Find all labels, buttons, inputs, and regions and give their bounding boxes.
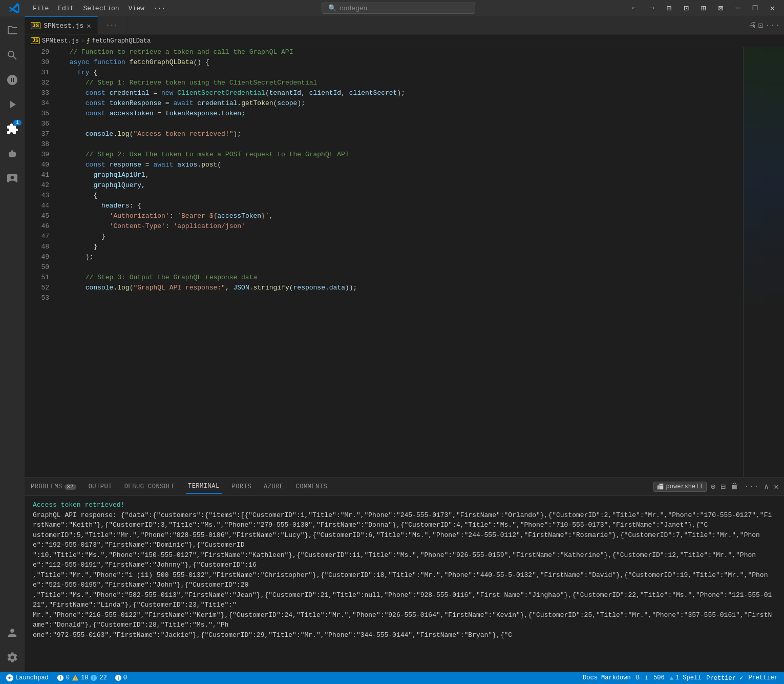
breadcrumb-file[interactable]: SPNtest.js — [42, 37, 79, 45]
activity-run[interactable] — [2, 94, 23, 115]
code-line-41: graphqlApiUrl, — [61, 170, 735, 180]
nav-back-button[interactable]: ← — [627, 2, 642, 15]
status-prettier-2[interactable]: Prettier — [746, 674, 780, 681]
maximize-button[interactable]: □ — [748, 2, 763, 15]
line-num-49: 49 — [29, 252, 49, 262]
activity-remote[interactable] — [2, 168, 23, 189]
more-actions-icon[interactable]: ··· — [765, 21, 780, 30]
print-icon[interactable]: 🖨 — [748, 20, 756, 30]
title-bar-center: 🔍 codegen — [174, 3, 623, 14]
line-num-32: 32 — [29, 78, 49, 88]
add-terminal-icon[interactable]: ⊕ — [710, 481, 717, 493]
line-num-46: 46 — [29, 221, 49, 232]
breadcrumb: JS SPNtest.js › ⨍ fetchGraphQLData — [25, 35, 784, 47]
close-button[interactable]: ✕ — [765, 1, 780, 15]
code-line-37: console.log("Access token retrieved!"); — [61, 129, 735, 139]
activity-search[interactable] — [2, 45, 23, 66]
status-errors[interactable]: 0 10 22 — [55, 672, 109, 684]
menu-file[interactable]: File — [29, 4, 53, 13]
main-layout: 1 JS SPNtest.js ✕ ··· — [0, 16, 784, 672]
code-line-30: async function fetchGraphQLData() { — [61, 57, 735, 68]
status-warnings-right[interactable]: ⚠ 1 Spell — [668, 674, 704, 682]
activity-git[interactable] — [2, 70, 23, 90]
line-num-31: 31 — [29, 68, 49, 78]
customize-layout-button[interactable]: ⊠ — [713, 1, 729, 15]
status-no-folder-count: 0 — [123, 674, 127, 681]
menu-view[interactable]: View — [124, 4, 149, 13]
line-num-45: 45 — [29, 211, 49, 221]
code-content[interactable]: // Function to retrieve a token and call… — [53, 47, 743, 477]
status-warning-icon: ⚠ — [670, 674, 673, 682]
status-language-mode[interactable]: 506 — [651, 674, 667, 681]
terminal-line-3: ustomerID":5,"Title":"Mr.","Phone":"828-… — [33, 530, 776, 550]
panel-tab-ports[interactable]: PORTS — [230, 480, 254, 493]
layout-button[interactable]: ⊞ — [696, 1, 711, 15]
code-line-34: const tokenResponse = await credential.g… — [61, 98, 735, 109]
code-line-49: ); — [61, 252, 735, 262]
panel-layout-button[interactable]: ⊟ — [662, 1, 677, 15]
nav-forward-button[interactable]: → — [644, 2, 660, 15]
menu-selection[interactable]: Selection — [79, 4, 123, 13]
tab-spntest[interactable]: JS SPNtest.js ✕ — [25, 16, 98, 34]
panel-tab-azure[interactable]: AZURE — [262, 480, 286, 493]
line-numbers: 29 30 31 32 33 34 35 36 37 38 39 40 41 4… — [25, 47, 53, 477]
line-num-52: 52 — [29, 283, 49, 293]
secondary-sidebar-button[interactable]: ⊡ — [679, 1, 694, 15]
panel-collapse-icon[interactable]: ∧ — [763, 481, 770, 493]
activity-extensions[interactable]: 1 — [2, 119, 23, 139]
panel-tab-problems[interactable]: PROBLEMS32 — [29, 480, 78, 493]
panel-close-icon[interactable]: ✕ — [773, 481, 780, 493]
code-line-46: 'Content-Type': 'application/json' — [61, 221, 735, 232]
status-info-count: 22 — [99, 674, 107, 681]
status-line-ending[interactable]: i — [643, 674, 650, 681]
status-language[interactable]: Docs Markdown — [581, 674, 633, 681]
line-num-53: 53 — [29, 293, 49, 303]
activity-test[interactable] — [2, 143, 23, 164]
split-terminal-icon[interactable]: ⊟ — [719, 481, 727, 493]
kill-terminal-icon[interactable]: 🗑 — [730, 481, 740, 492]
line-num-34: 34 — [29, 98, 49, 109]
code-line-32: // Step 1: Retrieve token using the Clie… — [61, 78, 735, 88]
line-num-50: 50 — [29, 262, 49, 273]
code-line-44: headers: { — [61, 201, 735, 211]
status-remote[interactable]: Launchpad — [4, 672, 51, 684]
activity-settings[interactable] — [2, 647, 23, 668]
activity-explorer[interactable] — [2, 20, 23, 41]
tab-close-button[interactable]: ✕ — [87, 22, 91, 30]
line-num-38: 38 — [29, 139, 49, 150]
terminal-line-1: Access token retrieved! — [33, 500, 776, 510]
new-terminal-button[interactable]: powershell — [653, 482, 707, 492]
status-no-folder[interactable]: 0 — [113, 672, 129, 684]
status-encoding[interactable]: B — [634, 674, 642, 681]
menu-edit[interactable]: Edit — [54, 4, 78, 13]
panel-tab-debug[interactable]: DEBUG CONSOLE — [122, 480, 178, 493]
tab-bar: JS SPNtest.js ✕ ··· 🖨 ⊡ ··· — [25, 16, 784, 35]
breadcrumb-symbol-icon: ⨍ — [87, 37, 90, 45]
activity-account[interactable] — [2, 623, 23, 643]
terminal-output[interactable]: Access token retrieved! GraphQL API resp… — [25, 496, 784, 672]
terminal-more-icon[interactable]: ··· — [743, 481, 760, 492]
code-line-40: const response = await axios.post( — [61, 160, 735, 170]
terminal-line-5: ,"Title":"Mr.","Phone":"1 (11) 500 555-0… — [33, 570, 776, 590]
status-prettier-1[interactable]: Prettier ✓ — [704, 674, 745, 682]
svg-rect-1 — [659, 483, 663, 485]
panel-tab-comments[interactable]: COMMENTS — [294, 480, 330, 493]
status-branch-label: Launchpad — [15, 674, 49, 681]
line-num-44: 44 — [29, 201, 49, 211]
code-line-45: 'Authorization': `Bearer ${accessToken}`… — [61, 211, 735, 221]
status-right: Docs Markdown B i 506 ⚠ 1 Spell Prettier… — [581, 674, 780, 682]
minimize-button[interactable]: — — [730, 2, 746, 15]
terminal-line-2: GraphQL API response: {"data":{"customer… — [33, 510, 776, 530]
panel-tab-terminal[interactable]: TERMINAL — [186, 480, 222, 494]
line-num-36: 36 — [29, 119, 49, 129]
split-editor-icon[interactable]: ⊡ — [758, 20, 764, 31]
panel-tab-output[interactable]: OUTPUT — [87, 480, 114, 493]
status-line-ending-label: i — [645, 674, 648, 681]
line-num-40: 40 — [29, 160, 49, 170]
code-line-43: { — [61, 191, 735, 201]
tab-more[interactable]: ··· — [98, 16, 126, 34]
menu-more[interactable]: ··· — [150, 4, 169, 13]
breadcrumb-symbol[interactable]: fetchGraphQLData — [92, 37, 151, 45]
title-search-bar[interactable]: 🔍 codegen — [322, 3, 475, 14]
menu-bar: File Edit Selection View ··· — [29, 4, 169, 13]
